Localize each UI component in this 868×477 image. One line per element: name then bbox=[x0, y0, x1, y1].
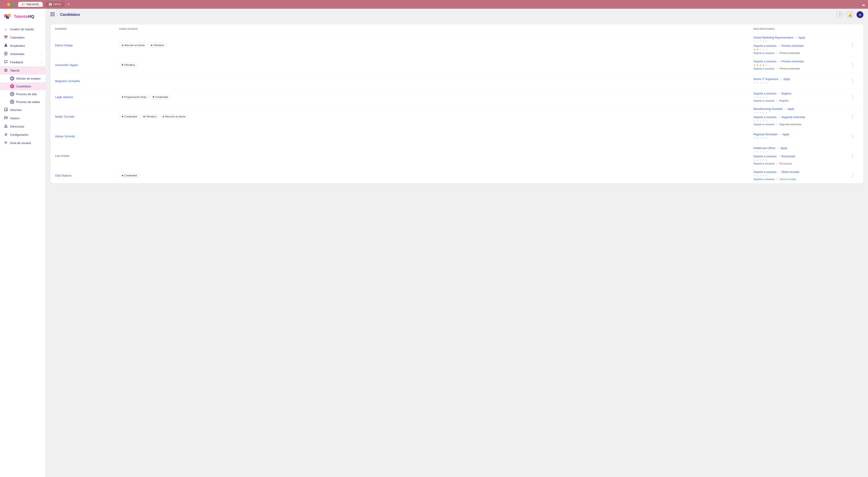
sidebar-item-calendario[interactable]: 📅 Calendario bbox=[0, 33, 45, 41]
star-icon[interactable]: ★ bbox=[765, 158, 768, 162]
star-icon[interactable]: ★ bbox=[753, 174, 756, 177]
more-button[interactable]: ⋮ bbox=[850, 61, 856, 68]
star-icon[interactable]: ★ bbox=[765, 119, 768, 122]
more-button[interactable]: ⋮ bbox=[850, 113, 856, 120]
inscription-title[interactable]: Senior IT Supervisor → Apply bbox=[753, 78, 850, 81]
star-icon[interactable]: ★ bbox=[753, 137, 756, 140]
sidebar-item-denuncias[interactable]: Denuncias bbox=[0, 122, 45, 130]
star-icon[interactable]: ★ bbox=[759, 96, 762, 99]
sidebar-item-solicitudes[interactable]: Solicitudes › bbox=[0, 50, 45, 58]
star-icon[interactable]: ★ bbox=[759, 174, 762, 177]
star-icon[interactable]: ★ bbox=[762, 119, 765, 122]
candidate-name[interactable]: Elena Ortega bbox=[55, 43, 119, 47]
avatar-button[interactable]: A bbox=[857, 11, 863, 18]
candidate-name[interactable]: Antoinette Vigata bbox=[55, 63, 119, 67]
candidate-name[interactable]: Meghann Schaefer bbox=[55, 79, 119, 83]
maximize-button[interactable] bbox=[11, 3, 14, 6]
star-icon[interactable]: ★ bbox=[759, 150, 762, 153]
star-icon[interactable]: ★ bbox=[759, 40, 762, 43]
star-icon[interactable]: ★ bbox=[759, 48, 762, 51]
star-icon[interactable]: ★ bbox=[762, 150, 765, 153]
inscription-title[interactable]: Soporte a usuarios → Rechazado bbox=[753, 155, 850, 158]
star-icon[interactable]: ★ bbox=[753, 48, 756, 51]
more-button[interactable]: ⋮ bbox=[850, 78, 856, 84]
star-icon[interactable]: ★ bbox=[756, 40, 759, 43]
star-icon[interactable]: ★ bbox=[759, 81, 762, 84]
tab-rrhh[interactable]: 👔 RRHH bbox=[45, 2, 65, 7]
sidebar-item-feedback[interactable]: Feedback › bbox=[0, 58, 45, 66]
minimize-button[interactable] bbox=[7, 3, 10, 6]
star-icon[interactable]: ★ bbox=[765, 48, 768, 51]
star-icon[interactable]: ★ bbox=[762, 111, 765, 114]
sidebar-item-gastos[interactable]: Gastos bbox=[0, 114, 45, 122]
star-icon[interactable]: ★ bbox=[762, 63, 765, 67]
close-button[interactable] bbox=[3, 3, 6, 6]
star-icon[interactable]: ★ bbox=[756, 174, 759, 177]
sidebar-item-area[interactable]: Área de usuario bbox=[0, 139, 45, 147]
more-button[interactable]: ⋮ bbox=[850, 133, 856, 140]
star-icon[interactable]: ★ bbox=[756, 119, 759, 122]
star-icon[interactable]: ★ bbox=[759, 111, 762, 114]
candidate-name[interactable]: Adrian Schmitz bbox=[55, 134, 119, 138]
star-icon[interactable]: ★ bbox=[753, 63, 756, 67]
star-icon[interactable]: ★ bbox=[756, 158, 759, 162]
star-icon[interactable]: ★ bbox=[756, 48, 759, 51]
star-icon[interactable]: ★ bbox=[765, 137, 768, 140]
star-icon[interactable]: ★ bbox=[759, 137, 762, 140]
star-icon[interactable]: ★ bbox=[765, 81, 768, 84]
star-icon[interactable]: ★ bbox=[762, 96, 765, 99]
star-icon[interactable]: ★ bbox=[753, 111, 756, 114]
star-icon[interactable]: ★ bbox=[765, 150, 768, 153]
star-icon[interactable]: ★ bbox=[762, 137, 765, 140]
star-icon[interactable]: ★ bbox=[753, 81, 756, 84]
inscription-title[interactable]: Soporte a usuarios → Primera entrevista bbox=[753, 44, 850, 48]
inscription-title[interactable]: Global Marketing Representative → Apply bbox=[753, 36, 850, 39]
sidebar-item-proceso-salida[interactable]: Proceso de salida bbox=[0, 98, 45, 106]
star-icon[interactable]: ★ bbox=[756, 96, 759, 99]
star-icon[interactable]: ★ bbox=[756, 137, 759, 140]
inscription-title[interactable]: Soporte a usuarios → Oferta enviada bbox=[753, 170, 850, 174]
notifications-button[interactable]: 🔔 bbox=[846, 11, 853, 18]
more-button[interactable]: ⋮ bbox=[850, 152, 856, 159]
star-icon[interactable]: ★ bbox=[759, 119, 762, 122]
star-icon[interactable]: ★ bbox=[765, 63, 768, 67]
star-icon[interactable]: ★ bbox=[756, 81, 759, 84]
candidate-name[interactable]: Olaf Olafson bbox=[55, 173, 119, 178]
inscription-title[interactable]: Soporte a usuarios → Registro bbox=[753, 92, 850, 95]
star-icon[interactable]: ★ bbox=[753, 119, 756, 122]
star-icon[interactable]: ★ bbox=[762, 48, 765, 51]
star-icon[interactable]: ★ bbox=[753, 158, 756, 162]
star-icon[interactable]: ★ bbox=[762, 81, 765, 84]
help-button[interactable]: ? bbox=[836, 11, 843, 18]
star-icon[interactable]: ★ bbox=[756, 150, 759, 153]
more-button[interactable]: ⋮ bbox=[850, 94, 856, 100]
inscription-title[interactable]: Soporte a usuarios → Primera entrevista bbox=[753, 60, 850, 63]
candidate-name[interactable]: Luis Korea bbox=[55, 154, 119, 158]
star-icon[interactable]: ★ bbox=[756, 63, 759, 67]
star-icon[interactable]: ★ bbox=[753, 40, 756, 43]
star-icon[interactable]: ★ bbox=[762, 158, 765, 162]
star-icon[interactable]: ★ bbox=[765, 96, 768, 99]
sidebar-item-ofertas[interactable]: Ofertas de empleo bbox=[0, 74, 45, 82]
star-icon[interactable]: ★ bbox=[759, 158, 762, 162]
star-icon[interactable]: ★ bbox=[762, 40, 765, 43]
star-icon[interactable]: ★ bbox=[765, 40, 768, 43]
sidebar-item-candidatos[interactable]: Candidatos bbox=[0, 82, 45, 90]
inscription-title[interactable]: Healthcare Officer → Apply bbox=[753, 147, 850, 150]
new-tab-button[interactable]: + bbox=[67, 2, 70, 7]
star-icon[interactable]: ★ bbox=[765, 174, 768, 177]
more-button[interactable]: ⋮ bbox=[850, 172, 856, 179]
sidebar-item-talento[interactable]: Talento ˅ bbox=[0, 66, 45, 74]
tab-talentohq[interactable]: 🏷 TalentoHQ bbox=[18, 2, 43, 7]
star-icon[interactable]: ★ bbox=[753, 150, 756, 153]
star-icon[interactable]: ★ bbox=[765, 111, 768, 114]
star-icon[interactable]: ★ bbox=[756, 111, 759, 114]
star-icon[interactable]: ★ bbox=[753, 96, 756, 99]
sidebar-item-empleados[interactable]: Empleados bbox=[0, 41, 45, 50]
star-icon[interactable]: ★ bbox=[762, 174, 765, 177]
sidebar-item-configuracion[interactable]: ⚙ Configuración bbox=[0, 130, 45, 139]
inscription-title[interactable]: Manufacturing Assistant → Apply bbox=[753, 107, 850, 111]
sidebar-item-cuadro[interactable]: ⌂ Cuadro de mando bbox=[0, 25, 45, 33]
candidate-name[interactable]: Leigh Abshire bbox=[55, 95, 119, 99]
sidebar-item-proceso-alta[interactable]: Proceso de alta bbox=[0, 90, 45, 98]
